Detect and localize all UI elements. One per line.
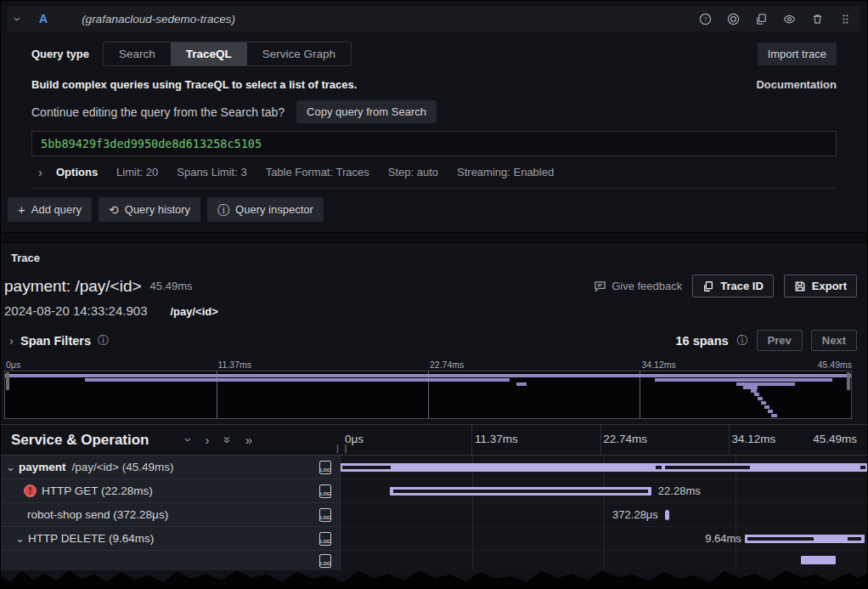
- minimap-tick: 11.37ms: [217, 360, 251, 370]
- hide-response-icon[interactable]: [782, 12, 796, 25]
- timeline-gridline: [472, 551, 473, 570]
- history-icon: ⟲: [109, 204, 119, 216]
- remove-query-icon[interactable]: [810, 12, 824, 25]
- minimap-tick: 22.74ms: [430, 360, 464, 370]
- query-history-button[interactable]: ⟲ Query history: [99, 197, 200, 222]
- span-bar-robot-shop[interactable]: [665, 510, 669, 520]
- import-trace-button[interactable]: Import trace: [758, 42, 837, 65]
- tick-divider: [471, 425, 472, 455]
- duplicate-query-icon[interactable]: [754, 12, 768, 25]
- query-row-actions: ?: [698, 12, 852, 25]
- span-bar-payment[interactable]: [341, 463, 867, 472]
- minimap-viewport-handle-right[interactable]: [847, 372, 850, 390]
- option-spans-limit: Spans Limit: 3: [177, 166, 246, 178]
- tab-search[interactable]: Search: [104, 42, 171, 65]
- export-button[interactable]: Export: [784, 275, 857, 297]
- trace-panel: Trace payment: /pay/<id> 45.49ms Give fe…: [1, 243, 867, 570]
- datasource-name: (grafanacloud-sedemo-traces): [82, 13, 235, 25]
- minimap-canvas[interactable]: [4, 371, 852, 419]
- trace-minimap[interactable]: 0μs 11.37ms 22.74ms 34.12ms 45.49ms: [4, 360, 852, 419]
- give-feedback-link[interactable]: Give feedback: [594, 280, 682, 292]
- query-ref-id: A: [39, 12, 48, 25]
- minimap-tick: 34.12ms: [641, 360, 675, 370]
- add-query-button[interactable]: + Add query: [8, 197, 92, 222]
- minimap-span-bar: [761, 401, 766, 405]
- logs-icon[interactable]: LOG: [319, 484, 331, 498]
- timeline-gridline: [472, 527, 473, 550]
- logs-icon[interactable]: LOG: [319, 461, 331, 474]
- expand-one-icon[interactable]: ›: [206, 433, 210, 446]
- timeline-header-icons: › › » »: [187, 433, 253, 446]
- trace-id-button[interactable]: Trace ID: [692, 275, 774, 297]
- collapse-query-icon[interactable]: ›: [12, 17, 25, 21]
- trace-title: payment: /pay/<id>: [4, 277, 142, 296]
- chevron-down-icon[interactable]: ⌄: [15, 532, 25, 545]
- next-button[interactable]: Next: [811, 330, 857, 351]
- grafana-explore-page: › A (grafanacloud-sedemo-traces) ?: [0, 0, 868, 589]
- minimap-span-bar: [758, 397, 763, 400]
- service-operation-header: Service & Operation: [1, 432, 149, 449]
- minimap-ticks: 0μs 11.37ms 22.74ms 34.12ms 45.49ms: [4, 360, 852, 371]
- drag-handle-icon[interactable]: [838, 12, 852, 25]
- span-bar-http-delete[interactable]: [745, 535, 865, 543]
- timeline-gridline: [604, 551, 605, 570]
- span-filters-label: Span Filters: [20, 334, 91, 348]
- tab-service-graph[interactable]: Service Graph: [247, 42, 351, 65]
- query-row-header[interactable]: › A (grafanacloud-sedemo-traces) ?: [8, 6, 860, 31]
- chevron-down-icon[interactable]: ⌄: [6, 461, 15, 473]
- span-count-info-icon[interactable]: ⓘ: [737, 333, 748, 348]
- panel-divider: [1, 232, 867, 243]
- span-row-http-get[interactable]: ! HTTP GET (22.28ms) LOG 22.28ms: [1, 479, 867, 503]
- span-row-http-delete[interactable]: ⌄ HTTP DELETE (9.64ms) LOG 9.64ms: [1, 527, 867, 551]
- timeline-tick: 34.12ms: [731, 433, 775, 445]
- span-row-robot-shop[interactable]: robot-shop send (372.28μs) LOG 372.28μs: [1, 503, 867, 527]
- span-row-payment[interactable]: ⌄ payment /pay/<id> (45.49ms) LOG: [1, 456, 867, 479]
- documentation-link[interactable]: Documentation: [756, 78, 837, 91]
- timeline-gridline: [736, 479, 736, 502]
- query-inspector-button[interactable]: ⓘ Query inspector: [207, 197, 324, 222]
- span-row-partial[interactable]: LOG: [1, 551, 867, 570]
- tick-divider: [729, 425, 730, 455]
- span-name: robot-shop send (372.28μs): [27, 508, 168, 521]
- comment-icon: [594, 280, 606, 292]
- copy-query-from-search-button[interactable]: Copy query from Search: [296, 100, 437, 123]
- prev-button[interactable]: Prev: [757, 330, 803, 351]
- query-actions-row: + Add query ⟲ Query history ⓘ Query insp…: [8, 189, 860, 232]
- option-step: Step: auto: [388, 166, 438, 178]
- disable-query-icon[interactable]: [726, 12, 740, 25]
- minimap-gridline: [640, 371, 640, 418]
- traceql-query-input[interactable]: 5bb89429f3ded9950de8d613258c5105: [31, 131, 837, 156]
- option-limit: Limit: 20: [116, 166, 158, 178]
- timeline-gridline: [604, 527, 605, 550]
- options-expand-icon[interactable]: ›: [38, 166, 42, 178]
- minimap-span-bar: [768, 410, 773, 413]
- span-bar-http-get[interactable]: [390, 487, 652, 496]
- traceql-query-value: 5bb89429f3ded9950de8d613258c5105: [41, 137, 262, 150]
- span-filters-expand-icon[interactable]: ›: [9, 334, 14, 347]
- continue-row: Continue editing the query from the Sear…: [31, 100, 837, 123]
- logs-icon[interactable]: LOG: [319, 554, 331, 568]
- trace-header: payment: /pay/<id> 45.49ms Give feedback…: [1, 268, 867, 297]
- help-icon[interactable]: ?: [698, 12, 712, 25]
- logs-icon[interactable]: LOG: [319, 532, 331, 546]
- collapse-all-icon[interactable]: »: [221, 436, 234, 443]
- span-name: HTTP DELETE (9.64ms): [28, 532, 154, 545]
- trace-route: /pay/<id>: [170, 305, 217, 318]
- span-service: payment: [19, 461, 66, 473]
- minimap-span-bar: [85, 378, 510, 382]
- svg-text:?: ?: [703, 15, 707, 23]
- info-icon: ⓘ: [217, 204, 229, 216]
- span-duration-label: 9.64ms: [705, 532, 741, 545]
- option-streaming: Streaming: Enabled: [457, 166, 554, 178]
- copy-icon: [702, 280, 714, 292]
- options-row[interactable]: › Options Limit: 20 Spans Limit: 3 Table…: [31, 156, 837, 189]
- timeline-tick: 11.37ms: [475, 433, 518, 445]
- expand-all-icon[interactable]: »: [245, 433, 252, 446]
- tab-traceql[interactable]: TraceQL: [171, 42, 247, 65]
- span-filters-info-icon[interactable]: ⓘ: [98, 333, 109, 348]
- logs-icon[interactable]: LOG: [319, 508, 331, 522]
- span-bar-partial[interactable]: [801, 556, 836, 564]
- collapse-one-icon[interactable]: ›: [183, 438, 195, 442]
- options-label: Options: [56, 166, 98, 178]
- minimap-viewport-handle-left[interactable]: [6, 372, 9, 390]
